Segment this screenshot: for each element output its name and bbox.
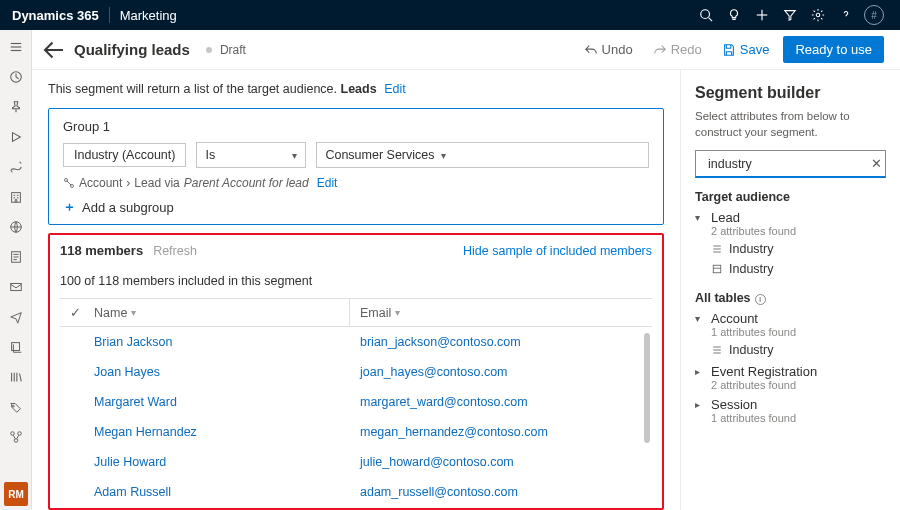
area-label: Marketing bbox=[120, 8, 177, 23]
svg-point-0 bbox=[701, 10, 710, 19]
command-bar: Qualifying leads Draft Undo Redo Save Re… bbox=[32, 30, 900, 70]
value-select[interactable]: Consumer Services▾ bbox=[316, 142, 649, 168]
recent-icon[interactable] bbox=[0, 66, 32, 88]
tags-icon[interactable] bbox=[0, 396, 32, 418]
member-name-link[interactable]: Brian Jackson bbox=[94, 335, 173, 349]
undo-button[interactable]: Undo bbox=[578, 42, 639, 57]
pinned-icon[interactable] bbox=[0, 96, 32, 118]
svg-point-4 bbox=[816, 13, 820, 17]
play-icon[interactable] bbox=[0, 126, 32, 148]
library-icon[interactable] bbox=[0, 366, 32, 388]
mail-icon[interactable] bbox=[0, 276, 32, 298]
building-icon[interactable] bbox=[0, 186, 32, 208]
attribute-search-input[interactable] bbox=[708, 157, 865, 171]
svg-rect-32 bbox=[713, 265, 721, 273]
chevron-down-icon: ▾ bbox=[441, 150, 446, 161]
tree-node-account[interactable]: ▾Account bbox=[695, 307, 886, 326]
members-subtitle: 100 of 118 members included in this segm… bbox=[60, 274, 652, 288]
hamburger-icon[interactable] bbox=[0, 36, 32, 58]
list-icon bbox=[711, 344, 723, 356]
save-button[interactable]: Save bbox=[716, 42, 776, 57]
left-rail: RM bbox=[0, 30, 32, 510]
column-name[interactable]: Name▾ bbox=[90, 299, 350, 326]
operator-select[interactable]: Is▾ bbox=[196, 142, 306, 168]
add-subgroup-button[interactable]: ＋ Add a subgroup bbox=[63, 198, 649, 216]
nav-divider bbox=[109, 7, 110, 23]
section-all-tables: All tablesi bbox=[695, 291, 886, 305]
table-header: ✓ Name▾ Email▾ bbox=[60, 299, 652, 327]
member-name-link[interactable]: Joan Hayes bbox=[94, 365, 160, 379]
tree-node-session[interactable]: ▸Session bbox=[695, 393, 886, 412]
tree-sublabel: 2 attributes found bbox=[695, 225, 886, 237]
table-row: Margaret Wardmargaret_ward@contoso.com bbox=[60, 387, 652, 417]
lightbulb-icon[interactable] bbox=[720, 1, 748, 29]
attribute-search[interactable]: ✕ bbox=[695, 150, 886, 178]
list-icon bbox=[711, 243, 723, 255]
refresh-link[interactable]: Refresh bbox=[153, 244, 197, 258]
section-target-audience: Target audience bbox=[695, 190, 886, 204]
top-nav: Dynamics 365 Marketing # bbox=[0, 0, 900, 30]
globe-icon[interactable] bbox=[0, 216, 32, 238]
tree-leaf-industry[interactable]: Industry bbox=[695, 259, 886, 279]
ready-to-use-button[interactable]: Ready to use bbox=[783, 36, 884, 63]
chevron-down-icon: ▾ bbox=[131, 307, 136, 318]
hide-sample-link[interactable]: Hide sample of included members bbox=[463, 244, 652, 258]
tree-leaf-industry[interactable]: Industry bbox=[695, 239, 886, 259]
member-email-link[interactable]: adam_russell@contoso.com bbox=[360, 485, 518, 499]
help-icon[interactable] bbox=[832, 1, 860, 29]
journeys-icon[interactable] bbox=[0, 156, 32, 178]
area-switcher[interactable]: RM bbox=[4, 482, 28, 506]
pane-title: Segment builder bbox=[695, 84, 886, 102]
member-email-link[interactable]: margaret_ward@contoso.com bbox=[360, 395, 528, 409]
svg-point-22 bbox=[10, 432, 14, 436]
filter-icon[interactable] bbox=[776, 1, 804, 29]
intro-edit-link[interactable]: Edit bbox=[384, 82, 406, 96]
relationship-path: Account› Lead via Parent Account for lea… bbox=[63, 176, 649, 190]
member-name-link[interactable]: Megan Hernandez bbox=[94, 425, 197, 439]
tree-leaf-industry[interactable]: Industry bbox=[695, 340, 886, 360]
add-icon[interactable] bbox=[748, 1, 776, 29]
forms-icon[interactable] bbox=[0, 246, 32, 268]
send-icon[interactable] bbox=[0, 306, 32, 328]
redo-button: Redo bbox=[647, 42, 708, 57]
table-row: Joan Hayesjoan_hayes@contoso.com bbox=[60, 357, 652, 387]
status-label: Draft bbox=[220, 43, 246, 57]
user-avatar[interactable]: # bbox=[860, 1, 888, 29]
member-email-link[interactable]: megan_hernandez@contoso.com bbox=[360, 425, 548, 439]
clear-search-icon[interactable]: ✕ bbox=[871, 156, 882, 171]
member-name-link[interactable]: Julie Howard bbox=[94, 455, 166, 469]
table-row: Julie Howardjulie_howard@contoso.com bbox=[60, 447, 652, 477]
page-title: Qualifying leads bbox=[74, 41, 190, 58]
member-email-link[interactable]: julie_howard@contoso.com bbox=[360, 455, 514, 469]
svg-line-1 bbox=[709, 18, 713, 22]
pane-subtitle: Select attributes from below to construc… bbox=[695, 108, 886, 140]
member-email-link[interactable]: joan_hayes@contoso.com bbox=[360, 365, 508, 379]
select-all-checkbox[interactable]: ✓ bbox=[60, 305, 90, 320]
attribute-chip[interactable]: Industry (Account) bbox=[63, 143, 186, 167]
member-name-link[interactable]: Margaret Ward bbox=[94, 395, 177, 409]
tree-sublabel: 2 attributes found bbox=[695, 379, 886, 391]
back-button[interactable] bbox=[42, 38, 66, 62]
list-icon bbox=[711, 263, 723, 275]
scrollbar-thumb[interactable] bbox=[644, 333, 650, 443]
status-dot bbox=[206, 47, 212, 53]
path-edit-link[interactable]: Edit bbox=[317, 176, 338, 190]
search-icon[interactable] bbox=[692, 1, 720, 29]
stack-icon[interactable] bbox=[0, 336, 32, 358]
group-card: Group 1 Industry (Account) Is▾ Consumer … bbox=[48, 108, 664, 225]
tree-sublabel: 1 attributes found bbox=[695, 326, 886, 338]
nodes-icon[interactable] bbox=[0, 426, 32, 448]
tree-node-lead[interactable]: ▾Lead bbox=[695, 206, 886, 225]
member-email-link[interactable]: brian_jackson@contoso.com bbox=[360, 335, 521, 349]
path-icon bbox=[63, 177, 75, 189]
column-email[interactable]: Email▾ bbox=[350, 306, 652, 320]
chevron-right-icon: ▸ bbox=[695, 399, 705, 410]
info-icon[interactable]: i bbox=[755, 294, 766, 305]
table-row: Adam Russelladam_russell@contoso.com bbox=[60, 477, 652, 507]
tree-node-event-registration[interactable]: ▸Event Registration bbox=[695, 360, 886, 379]
member-name-link[interactable]: Adam Russell bbox=[94, 485, 171, 499]
settings-icon[interactable] bbox=[804, 1, 832, 29]
chevron-down-icon: ▾ bbox=[395, 307, 400, 318]
chevron-down-icon: ▾ bbox=[695, 212, 705, 223]
main-area: Qualifying leads Draft Undo Redo Save Re… bbox=[32, 30, 900, 510]
